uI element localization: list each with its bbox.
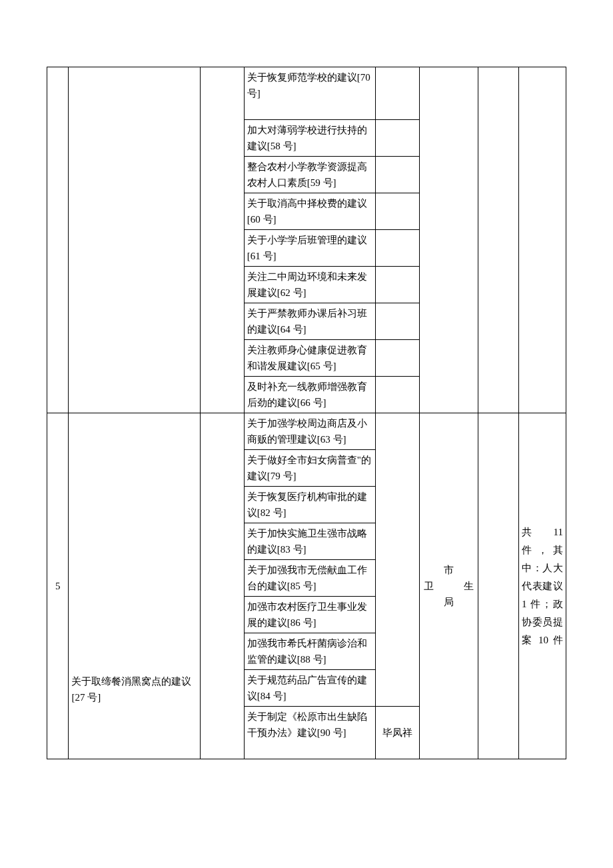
zhengxie-proposal: 关于恢复师范学校的建议[70 号]: [244, 67, 376, 120]
renda-person: [200, 67, 244, 413]
unit2: [478, 413, 519, 759]
zhengxie-person: [376, 377, 420, 413]
zhengxie-proposal: 关于加快实施卫生强市战略的建议[83 号]: [244, 523, 376, 560]
zhengxie-person: 毕凤祥: [376, 707, 420, 759]
remark: 共 11 件，其中：人大代表建议 1 件；政协委员提案 10 件: [519, 413, 566, 759]
zhengxie-person: [376, 120, 420, 157]
remark: [519, 67, 566, 413]
zhengxie-proposal: 关于恢复医疗机构审批的建议[82 号]: [244, 487, 376, 523]
zhengxie-proposal: 加强市农村医疗卫生事业发展的建议[86 号]: [244, 597, 376, 633]
renda-proposal: 关于取缔餐消黑窝点的建议[27 号]: [69, 413, 201, 759]
table-row: 5关于取缔餐消黑窝点的建议[27 号]关于加强学校周边商店及小商贩的管理建议[6…: [47, 413, 566, 450]
row-index: [47, 67, 69, 413]
zhengxie-proposal: 关于做好全市妇女病普查"的建议[79 号]: [244, 450, 376, 487]
zhengxie-person: [376, 230, 420, 267]
zhengxie-proposal: 及时补充一线教师增强教育后劲的建议[66 号]: [244, 377, 376, 413]
zhengxie-proposal: 加强我市希氏杆菌病诊治和监管的建议[88 号]: [244, 633, 376, 670]
table-row: 关于恢复师范学校的建议[70 号]: [47, 67, 566, 120]
zhengxie-proposal: 关于小学学后班管理的建议[61 号]: [244, 230, 376, 267]
zhengxie-proposal: 关于取消高中择校费的建议[60 号]: [244, 193, 376, 230]
zhengxie-proposal: 整合农村小学教学资源提高农村人口素质[59 号]: [244, 157, 376, 193]
zhengxie-proposal: 关注二中周边环境和未来发展建议[62 号]: [244, 267, 376, 303]
unit: 市卫 生局: [420, 413, 478, 759]
zhengxie-proposal: 关于制定《松原市出生缺陷干预办法》建议[90 号]: [244, 707, 376, 759]
renda-proposal: [69, 67, 201, 413]
zhengxie-person: [376, 413, 420, 707]
zhengxie-person: [376, 267, 420, 303]
unit: [420, 67, 478, 413]
row-index: 5: [47, 413, 69, 759]
zhengxie-person: [376, 340, 420, 377]
zhengxie-person: [376, 303, 420, 340]
proposals-table: 关于恢复师范学校的建议[70 号] 加大对薄弱学校进行扶持的建议[58 号]整合…: [47, 67, 566, 759]
zhengxie-proposal: 加大对薄弱学校进行扶持的建议[58 号]: [244, 120, 376, 157]
zhengxie-person: [376, 67, 420, 120]
zhengxie-proposal: 关注教师身心健康促进教育和谐发展建议[65 号]: [244, 340, 376, 377]
zhengxie-proposal: 关于严禁教师办课后补习班的建议[64 号]: [244, 303, 376, 340]
zhengxie-proposal: 关于规范药品广告宣传的建议[84 号]: [244, 670, 376, 707]
zhengxie-person: [376, 157, 420, 193]
zhengxie-proposal: 关于加强学校周边商店及小商贩的管理建议[63 号]: [244, 413, 376, 450]
zhengxie-person: [376, 193, 420, 230]
zhengxie-proposal: 关于加强我市无偿献血工作台的建议[85 号]: [244, 560, 376, 597]
unit2: [478, 67, 519, 413]
renda-person: [200, 413, 244, 759]
